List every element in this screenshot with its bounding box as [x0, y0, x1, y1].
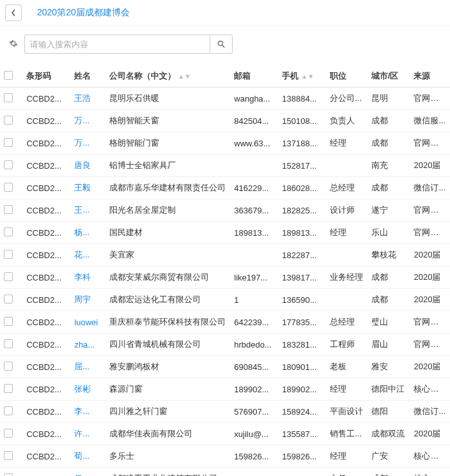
- cell-name-link[interactable]: 许...: [74, 429, 89, 438]
- cell-company: 重庆桓泰节能环保科技有限公司: [105, 311, 231, 334]
- row-checkbox[interactable]: [4, 138, 13, 147]
- row-checkbox[interactable]: [4, 339, 13, 348]
- cell-name-link[interactable]: 任...: [74, 473, 89, 476]
- cell-city: 德阳中江: [368, 378, 410, 401]
- cell-name-link[interactable]: luowei: [74, 318, 98, 327]
- cell-position: 经理: [326, 378, 368, 401]
- search-input[interactable]: [24, 35, 210, 54]
- row-checkbox[interactable]: [4, 429, 13, 438]
- cell-name-link[interactable]: 万...: [74, 116, 89, 125]
- row-checkbox[interactable]: [4, 451, 13, 460]
- gear-icon-svg: [9, 39, 18, 48]
- cell-source: 2020届: [410, 423, 450, 445]
- cell-phone: 189902...: [278, 378, 326, 401]
- cell-name-link[interactable]: 花...: [74, 250, 89, 259]
- row-checkbox[interactable]: [4, 93, 13, 102]
- cell-name-link[interactable]: 荀...: [74, 451, 89, 461]
- cell-name-link[interactable]: 李科: [74, 272, 91, 282]
- cell-name-link[interactable]: 张彬: [74, 384, 91, 394]
- cell-email: 842504...: [230, 110, 278, 132]
- table-row[interactable]: CCBD2...杨...国民建材189813...189813...经理乐山官网…: [0, 222, 450, 244]
- row-checkbox[interactable]: [4, 160, 13, 169]
- cell-position: 业务经理: [326, 266, 368, 289]
- cell-position: [326, 244, 368, 266]
- row-checkbox[interactable]: [4, 205, 13, 214]
- row-checkbox[interactable]: [4, 406, 13, 415]
- table-row[interactable]: CCBD2...王浩昆明乐石供暖wangha...138884...分公司...…: [0, 88, 450, 110]
- cell-company: 成都市嘉乐华建材有限责任公司: [105, 177, 231, 199]
- cell-company: 阳光名居全屋定制: [105, 199, 231, 222]
- col-source[interactable]: 来源: [410, 65, 450, 88]
- col-city[interactable]: 城市/区: [368, 65, 410, 88]
- table-row[interactable]: CCBD2...屈...雅安鹏鸿板材690845...180901...老板雅安…: [0, 356, 450, 378]
- cell-city: 成都: [368, 177, 410, 199]
- search-button[interactable]: [210, 35, 233, 54]
- cell-name-link[interactable]: 杨...: [74, 227, 89, 237]
- table-row[interactable]: CCBD2...万...格朗智能门窗www.63...137188...经理成都…: [0, 132, 450, 155]
- row-checkbox[interactable]: [4, 384, 13, 393]
- table-row[interactable]: CCBD2...李科成都安莱威尔商贸有限公司like197...139817..…: [0, 266, 450, 289]
- col-barcode[interactable]: 条形码: [22, 65, 70, 88]
- table-row[interactable]: CCBD2...周宇成都宏运达化工有限公司1136590...成都2020届: [0, 289, 450, 311]
- cell-source: 微信服...: [410, 110, 450, 132]
- col-company[interactable]: 公司名称（中文）▲▼: [105, 65, 231, 88]
- table-row[interactable]: CCBD2...李...四川雅之轩门窗576907...158924...平面设…: [0, 401, 450, 423]
- cell-source: 微信订...: [410, 401, 450, 423]
- cell-source: 官网登记: [410, 222, 450, 244]
- table-row[interactable]: CCBD2...荀...多乐士159826...159826...经理广安核心买…: [0, 445, 450, 468]
- row-checkbox[interactable]: [4, 317, 13, 326]
- table-row[interactable]: CCBD2...唐良铝博士全铝家具厂152817...南充2020届: [0, 155, 450, 177]
- breadcrumb-title[interactable]: 2020第20届成都建博会: [37, 7, 130, 19]
- cell-email: 576907...: [230, 401, 278, 423]
- cell-barcode: CCBD2...: [22, 222, 70, 244]
- back-button[interactable]: [5, 4, 22, 21]
- table-row[interactable]: CCBD2...万...格朗智能天窗842504...150108...负责人成…: [0, 110, 450, 132]
- row-checkbox[interactable]: [4, 362, 13, 371]
- table-row[interactable]: CCBD2...张彬森源门窗189902...189902...经理德阳中江核心…: [0, 378, 450, 401]
- cell-city: 成都: [368, 289, 410, 311]
- cell-source: 官网登记: [410, 88, 450, 110]
- row-checkbox[interactable]: [4, 473, 13, 477]
- row-checkbox[interactable]: [4, 116, 13, 125]
- cell-position: 经理: [326, 132, 368, 155]
- gear-icon[interactable]: [9, 39, 18, 50]
- col-email[interactable]: 邮箱: [230, 65, 278, 88]
- cell-name-link[interactable]: 万...: [74, 138, 89, 148]
- cell-city: 德阳: [368, 401, 410, 423]
- table-row[interactable]: CCBD2...zha...四川省青城机械有限公司hrbdedo...18328…: [0, 334, 450, 356]
- row-checkbox[interactable]: [4, 250, 13, 259]
- cell-name-link[interactable]: zha...: [74, 340, 95, 349]
- cell-phone: 177835...: [278, 311, 326, 334]
- cell-email: xujilu@...: [230, 423, 278, 445]
- cell-phone: 186028...: [278, 177, 326, 199]
- cell-name-link[interactable]: 周宇: [74, 295, 91, 304]
- cell-company: 美宜家: [105, 244, 231, 266]
- cell-phone: 158924...: [278, 401, 326, 423]
- row-checkbox[interactable]: [4, 183, 13, 192]
- table-row[interactable]: CCBD2...王...阳光名居全屋定制363679...182825...设计…: [0, 199, 450, 222]
- cell-name-link[interactable]: 屈...: [74, 362, 89, 371]
- table-row[interactable]: CCBD2...花...美宜家182287...攀枝花2020届: [0, 244, 450, 266]
- col-phone[interactable]: 手机▲▼: [278, 65, 326, 88]
- select-all-checkbox[interactable]: [4, 71, 13, 80]
- cell-name-link[interactable]: 王浩: [74, 93, 91, 103]
- table-row[interactable]: CCBD2...许...成都华佳表面有限公司xujilu@...135587..…: [0, 423, 450, 445]
- cell-name-link[interactable]: 唐良: [74, 160, 91, 170]
- cell-name-link[interactable]: 王毅: [74, 183, 91, 192]
- cell-position: 平面设计: [326, 401, 368, 423]
- cell-company: 格朗智能天窗: [105, 110, 231, 132]
- cell-company: 四川省青城机械有限公司: [105, 334, 231, 356]
- cell-email: 690845...: [230, 356, 278, 378]
- col-position[interactable]: 职位: [326, 65, 368, 88]
- row-checkbox[interactable]: [4, 295, 13, 303]
- row-checkbox[interactable]: [4, 227, 13, 236]
- table-row[interactable]: CCBD2...王毅成都市嘉乐华建材有限责任公司416229...186028.…: [0, 177, 450, 199]
- table-row[interactable]: CCBD2...任...成都建工工业化建筑有限公司156051...180080…: [0, 468, 450, 477]
- cell-name-link[interactable]: 李...: [74, 406, 89, 416]
- table-row[interactable]: CCBD2...luowei重庆桓泰节能环保科技有限公司642239...177…: [0, 311, 450, 334]
- col-name[interactable]: 姓名: [70, 65, 105, 88]
- col-company-label: 公司名称（中文）: [109, 71, 176, 81]
- cell-phone: 159826...: [278, 445, 326, 468]
- cell-name-link[interactable]: 王...: [74, 205, 89, 215]
- row-checkbox[interactable]: [4, 272, 13, 281]
